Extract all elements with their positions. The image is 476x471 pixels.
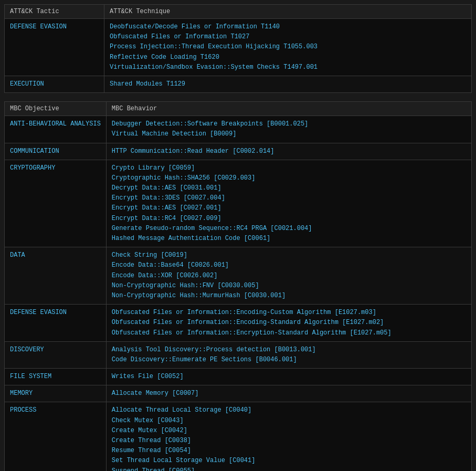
- mbc-objective-label: PROCESS: [5, 402, 107, 471]
- mbc-objective-label: DISCOVERY: [5, 341, 107, 368]
- attck-header-technique: ATT&CK Technique: [104, 5, 472, 19]
- mbc-behavior-value: Analysis Tool Discovery::Process detecti…: [106, 341, 471, 368]
- mbc-objective-label: COMMUNICATION: [5, 143, 107, 160]
- table-row: COMMUNICATIONHTTP Communication::Read He…: [5, 143, 472, 160]
- table-row: PROCESSAllocate Thread Local Storage [C0…: [5, 402, 472, 471]
- mbc-behavior-value: Obfuscated Files or Information::Encodin…: [106, 305, 471, 342]
- mbc-header-behavior: MBC Behavior: [106, 102, 471, 116]
- attck-header-tactic: ATT&CK Tactic: [5, 5, 104, 19]
- mbc-objective-label: ANTI-BEHAVIORAL ANALYSIS: [5, 116, 107, 143]
- mbc-behavior-value: Check String [C0019] Encode Data::Base64…: [106, 247, 471, 305]
- mbc-table: MBC Objective MBC Behavior ANTI-BEHAVIOR…: [4, 101, 472, 471]
- mbc-objective-label: MEMORY: [5, 385, 107, 402]
- page-wrapper: ATT&CK Tactic ATT&CK Technique DEFENSE E…: [0, 0, 476, 471]
- table-row: DISCOVERYAnalysis Tool Discovery::Proces…: [5, 341, 472, 368]
- attck-tactic-label: EXECUTION: [5, 76, 104, 92]
- mbc-objective-label: DEFENSE EVASION: [5, 305, 107, 342]
- attck-technique-value: Shared Modules T1129: [104, 76, 472, 92]
- attck-table: ATT&CK Tactic ATT&CK Technique DEFENSE E…: [4, 4, 472, 93]
- table-row: EXECUTIONShared Modules T1129: [5, 76, 472, 92]
- table-row: MEMORYAllocate Memory [C0007]: [5, 385, 472, 402]
- mbc-header-objective: MBC Objective: [5, 102, 107, 116]
- attck-technique-value: Deobfuscate/Decode Files or Information …: [104, 19, 472, 76]
- mbc-behavior-value: Allocate Thread Local Storage [C0040] Ch…: [106, 402, 471, 471]
- table-row: DEFENSE EVASIONObfuscated Files or Infor…: [5, 305, 472, 342]
- mbc-behavior-value: HTTP Communication::Read Header [C0002.0…: [106, 143, 471, 160]
- mbc-objective-label: DATA: [5, 247, 107, 305]
- table-row: FILE SYSTEMWrites File [C0052]: [5, 369, 472, 385]
- mbc-behavior-value: Debugger Detection::Software Breakpoints…: [106, 116, 471, 143]
- table-row: CRYPTOGRAPHYCrypto Library [C0059] Crypt…: [5, 160, 472, 247]
- table-row: DEFENSE EVASIONDeobfuscate/Decode Files …: [5, 19, 472, 76]
- mbc-objective-label: CRYPTOGRAPHY: [5, 160, 107, 247]
- table-row: DATACheck String [C0019] Encode Data::Ba…: [5, 247, 472, 305]
- mbc-objective-label: FILE SYSTEM: [5, 369, 107, 385]
- table-row: ANTI-BEHAVIORAL ANALYSISDebugger Detecti…: [5, 116, 472, 143]
- mbc-behavior-value: Allocate Memory [C0007]: [106, 385, 471, 402]
- mbc-behavior-value: Writes File [C0052]: [106, 369, 471, 385]
- mbc-behavior-value: Crypto Library [C0059] Cryptographic Has…: [106, 160, 471, 247]
- attck-tactic-label: DEFENSE EVASION: [5, 19, 104, 76]
